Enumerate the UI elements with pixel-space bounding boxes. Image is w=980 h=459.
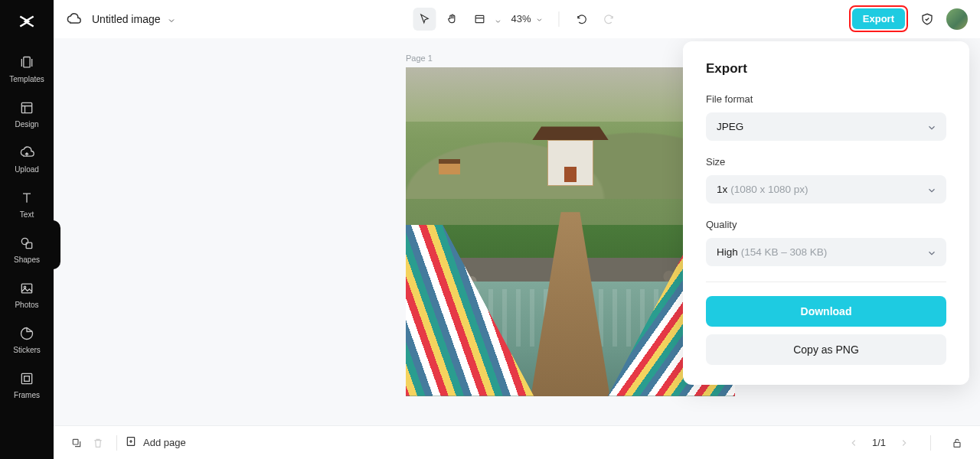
bottombar-right: 1/1 [843, 432, 968, 454]
sidebar-item-templates[interactable]: Templates [6, 46, 47, 91]
center-toolbar: 43% [413, 8, 620, 31]
sidebar-item-design[interactable]: Design [11, 91, 41, 136]
sidebar-label: Stickers [13, 346, 41, 354]
sidebar-item-stickers[interactable]: Stickers [10, 317, 44, 362]
format-value: JPEG [717, 121, 743, 132]
layers-button[interactable] [66, 432, 87, 454]
zoom-level[interactable]: 43% [511, 13, 544, 24]
svg-point-2 [21, 238, 28, 244]
sidebar-label: Design [15, 120, 38, 129]
lock-button[interactable] [946, 432, 968, 454]
shapes-icon [18, 234, 36, 252]
chevron-down-icon [926, 185, 936, 194]
export-button[interactable]: Export [852, 8, 905, 29]
upload-icon [18, 144, 36, 162]
svg-rect-7 [24, 376, 30, 382]
chevron-down-icon [926, 248, 936, 257]
sidebar-label: Upload [15, 165, 39, 174]
svg-rect-8 [475, 15, 484, 22]
sidebar-label: Frames [14, 391, 40, 399]
quality-select[interactable]: High(154 KB – 308 KB) [706, 238, 946, 266]
chevron-down-icon [494, 15, 503, 24]
toolbar-divider [559, 11, 560, 27]
pager: 1/1 [843, 432, 915, 454]
canvas-area[interactable]: Page 1 Export File format JPEG [54, 38, 980, 425]
sidebar-item-text[interactable]: Text [15, 181, 39, 226]
quality-label: Quality [706, 219, 946, 230]
delete-button [87, 432, 109, 454]
add-page-button[interactable]: Add page [125, 435, 186, 450]
shield-button[interactable] [916, 8, 939, 31]
user-avatar[interactable] [946, 8, 968, 30]
copy-png-button[interactable]: Copy as PNG [706, 334, 946, 365]
add-page-icon [125, 435, 137, 450]
left-sidebar: Templates Design Upload Text Shapes Phot… [0, 0, 54, 459]
document-title[interactable]: Untitled image [92, 13, 176, 25]
next-page-button [893, 432, 915, 454]
bottombar: Add page 1/1 [54, 425, 980, 459]
size-hint: (1080 x 1080 px) [730, 184, 808, 195]
prev-page-button [843, 432, 864, 454]
canvas-size-tool[interactable] [468, 8, 503, 31]
format-label: File format [706, 93, 946, 105]
sidebar-item-photos[interactable]: Photos [11, 272, 41, 317]
add-page-label: Add page [143, 437, 186, 448]
hand-tool[interactable] [440, 8, 463, 31]
undo-button[interactable] [570, 8, 593, 31]
size-select[interactable]: 1x(1080 x 1080 px) [706, 175, 946, 203]
redo-button[interactable] [598, 8, 621, 31]
sidebar-expand-handle[interactable] [54, 220, 60, 269]
quality-value: High [717, 246, 738, 258]
bottombar-divider [116, 435, 117, 451]
svg-rect-11 [954, 442, 960, 447]
page-indicator: 1/1 [872, 437, 886, 448]
export-panel: Export File format JPEG Size 1x(1080 x 1… [683, 41, 969, 385]
chevron-down-icon [536, 15, 545, 24]
svg-rect-0 [24, 57, 30, 67]
cloud-sync-icon[interactable] [66, 11, 81, 27]
sidebar-label: Text [20, 210, 34, 219]
export-button-highlight: Export [849, 5, 908, 32]
text-icon [18, 189, 36, 207]
size-value: 1x [717, 184, 727, 195]
svg-rect-1 [21, 103, 31, 112]
sidebar-item-frames[interactable]: Frames [11, 362, 43, 407]
svg-rect-6 [21, 373, 31, 383]
frames-icon [18, 369, 36, 388]
export-panel-title: Export [706, 61, 946, 76]
page-label: Page 1 [406, 54, 433, 63]
sidebar-item-shapes[interactable]: Shapes [11, 226, 43, 272]
format-select[interactable]: JPEG [706, 112, 946, 141]
app-logo[interactable] [16, 11, 38, 32]
panel-divider [706, 282, 946, 282]
bottombar-divider [930, 435, 931, 451]
chevron-down-icon [926, 122, 936, 132]
topbar: Untitled image 43% Export [54, 0, 980, 38]
cursor-tool[interactable] [413, 8, 436, 31]
chevron-down-icon [167, 15, 176, 24]
templates-icon [18, 54, 36, 72]
stickers-icon [18, 324, 36, 343]
sidebar-label: Photos [15, 301, 38, 309]
design-icon [18, 99, 36, 117]
quality-hint: (154 KB – 308 KB) [741, 246, 828, 258]
title-text: Untitled image [92, 13, 161, 25]
right-toolbar: Export [849, 5, 968, 32]
photos-icon [18, 279, 36, 298]
download-button[interactable]: Download [706, 296, 946, 327]
sidebar-item-upload[interactable]: Upload [11, 136, 42, 181]
sidebar-label: Shapes [14, 256, 40, 264]
main-area: Untitled image 43% Export [54, 0, 980, 459]
svg-rect-9 [73, 439, 78, 444]
sidebar-label: Templates [9, 75, 44, 83]
zoom-value: 43% [511, 13, 531, 24]
svg-rect-4 [21, 284, 31, 293]
size-label: Size [706, 156, 946, 168]
